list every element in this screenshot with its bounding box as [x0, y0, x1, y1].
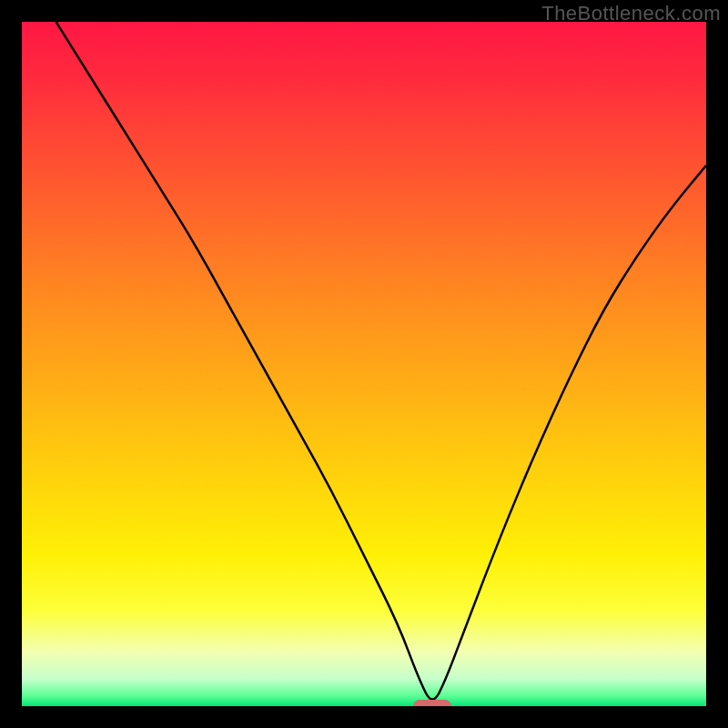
curve-line [56, 22, 706, 699]
bottleneck-curve [22, 22, 706, 706]
watermark-text: TheBottleneck.com [541, 2, 721, 25]
chart-frame: TheBottleneck.com [0, 0, 728, 728]
plot-area [22, 22, 706, 706]
optimum-marker [413, 700, 451, 706]
